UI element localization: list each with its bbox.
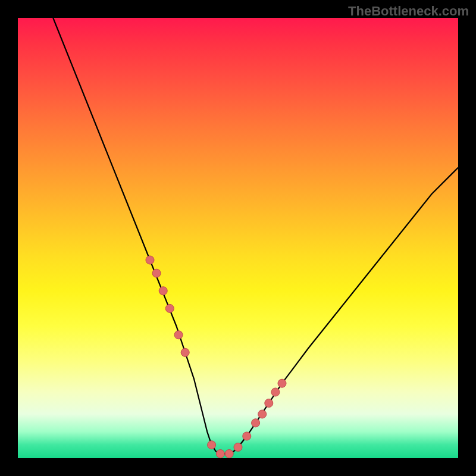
bottleneck-curve <box>53 18 458 454</box>
data-point <box>208 441 216 449</box>
chart-container: TheBottleneck.com <box>0 0 476 476</box>
watermark-text: TheBottleneck.com <box>348 4 469 19</box>
data-point <box>278 379 286 387</box>
data-point <box>174 331 183 339</box>
data-point <box>152 269 161 277</box>
data-point <box>234 443 242 452</box>
data-point <box>159 287 167 295</box>
data-markers <box>146 256 286 458</box>
data-point <box>243 432 251 440</box>
data-point <box>216 450 224 458</box>
data-point <box>258 410 267 418</box>
data-point <box>146 256 154 264</box>
data-point <box>181 348 189 356</box>
data-point <box>165 304 174 312</box>
data-point <box>225 450 233 458</box>
data-point <box>265 399 273 408</box>
data-point <box>252 419 260 427</box>
data-point <box>271 388 280 396</box>
plot-area <box>18 18 458 458</box>
chart-svg <box>18 18 458 458</box>
